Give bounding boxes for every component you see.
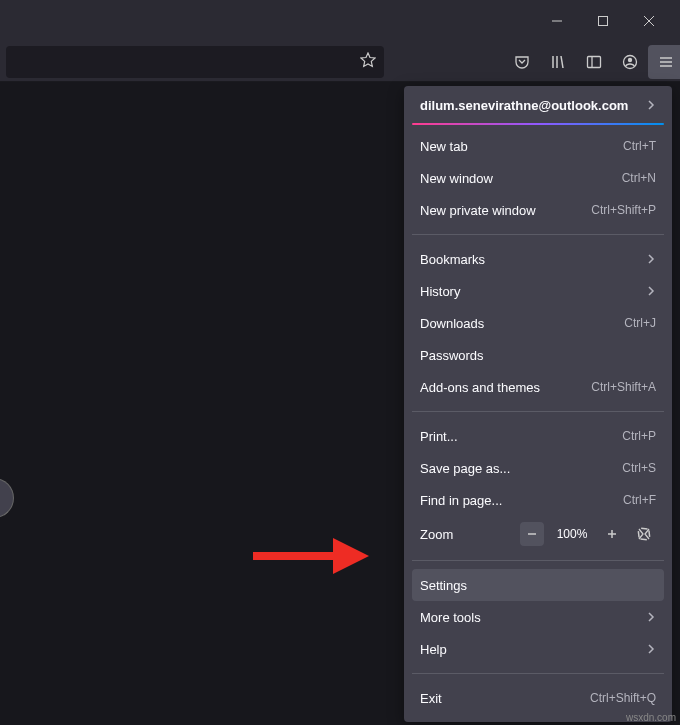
menu-label: New window <box>420 171 493 186</box>
menu-label: Exit <box>420 691 442 706</box>
menu-label: Bookmarks <box>420 252 485 267</box>
menu-label: Print... <box>420 429 458 444</box>
library-icon[interactable] <box>540 45 576 79</box>
menu-label: More tools <box>420 610 481 625</box>
menu-save-as[interactable]: Save page as... Ctrl+S <box>404 452 672 484</box>
titlebar <box>0 0 680 42</box>
chevron-right-icon <box>646 610 656 625</box>
menu-label: Passwords <box>420 348 484 363</box>
zoom-in-button[interactable] <box>600 522 624 546</box>
menu-shortcut: Ctrl+Shift+A <box>591 380 656 394</box>
divider <box>412 411 664 412</box>
menu-addons[interactable]: Add-ons and themes Ctrl+Shift+A <box>404 371 672 403</box>
zoom-label: Zoom <box>420 527 512 542</box>
menu-label: New private window <box>420 203 536 218</box>
menu-history[interactable]: History <box>404 275 672 307</box>
menu-new-private-window[interactable]: New private window Ctrl+Shift+P <box>404 194 672 226</box>
menu-shortcut: Ctrl+T <box>623 139 656 153</box>
menu-shortcut: Ctrl+Shift+P <box>591 203 656 217</box>
chevron-right-icon <box>646 284 656 299</box>
account-email: dilum.senevirathne@outlook.com <box>420 98 628 113</box>
menu-shortcut: Ctrl+F <box>623 493 656 507</box>
bookmark-star-icon[interactable] <box>360 52 376 72</box>
profile-icon[interactable] <box>612 45 648 79</box>
divider <box>412 673 664 674</box>
menu-shortcut: Ctrl+S <box>622 461 656 475</box>
menu-label: Add-ons and themes <box>420 380 540 395</box>
chevron-right-icon <box>646 98 656 113</box>
svg-rect-7 <box>588 56 601 67</box>
menu-exit[interactable]: Exit Ctrl+Shift+Q <box>404 682 672 714</box>
menu-label: New tab <box>420 139 468 154</box>
divider <box>412 234 664 235</box>
menu-shortcut: Ctrl+J <box>624 316 656 330</box>
menu-downloads[interactable]: Downloads Ctrl+J <box>404 307 672 339</box>
pocket-icon[interactable] <box>504 45 540 79</box>
fullscreen-button[interactable] <box>632 522 656 546</box>
zoom-value: 100% <box>552 527 592 541</box>
menu-label: History <box>420 284 460 299</box>
menu-shortcut: Ctrl+P <box>622 429 656 443</box>
menu-new-window[interactable]: New window Ctrl+N <box>404 162 672 194</box>
menu-print[interactable]: Print... Ctrl+P <box>404 420 672 452</box>
menu-label: Downloads <box>420 316 484 331</box>
content-area: dilum.senevirathne@outlook.com New tab C… <box>0 82 680 725</box>
watermark: wsxdn.com <box>626 712 676 723</box>
menu-more-tools[interactable]: More tools <box>404 601 672 633</box>
divider <box>412 560 664 561</box>
toolbar <box>0 42 680 82</box>
svg-rect-1 <box>599 17 608 26</box>
menu-find[interactable]: Find in page... Ctrl+F <box>404 484 672 516</box>
chevron-right-icon <box>646 252 656 267</box>
menu-settings[interactable]: Settings <box>412 569 664 601</box>
hamburger-menu-button[interactable] <box>648 45 680 79</box>
address-bar[interactable] <box>6 46 384 78</box>
menu-zoom-row: Zoom 100% <box>404 516 672 552</box>
maximize-button[interactable] <box>580 0 626 42</box>
menu-label: Save page as... <box>420 461 510 476</box>
sidebar-icon[interactable] <box>576 45 612 79</box>
close-button[interactable] <box>626 0 672 42</box>
menu-new-tab[interactable]: New tab Ctrl+T <box>404 130 672 162</box>
menu-help[interactable]: Help <box>404 633 672 665</box>
menu-shortcut: Ctrl+N <box>622 171 656 185</box>
menu-label: Settings <box>420 578 467 593</box>
arrow-annotation <box>253 552 333 560</box>
menu-label: Find in page... <box>420 493 502 508</box>
account-row[interactable]: dilum.senevirathne@outlook.com <box>404 86 672 126</box>
minimize-button[interactable] <box>534 0 580 42</box>
menu-bookmarks[interactable]: Bookmarks <box>404 243 672 275</box>
menu-shortcut: Ctrl+Shift+Q <box>590 691 656 705</box>
svg-line-6 <box>561 56 563 68</box>
chevron-right-icon <box>646 642 656 657</box>
app-menu-panel: dilum.senevirathne@outlook.com New tab C… <box>404 86 672 722</box>
side-handle[interactable] <box>0 478 14 518</box>
svg-point-10 <box>628 57 632 61</box>
zoom-out-button[interactable] <box>520 522 544 546</box>
menu-passwords[interactable]: Passwords <box>404 339 672 371</box>
menu-label: Help <box>420 642 447 657</box>
